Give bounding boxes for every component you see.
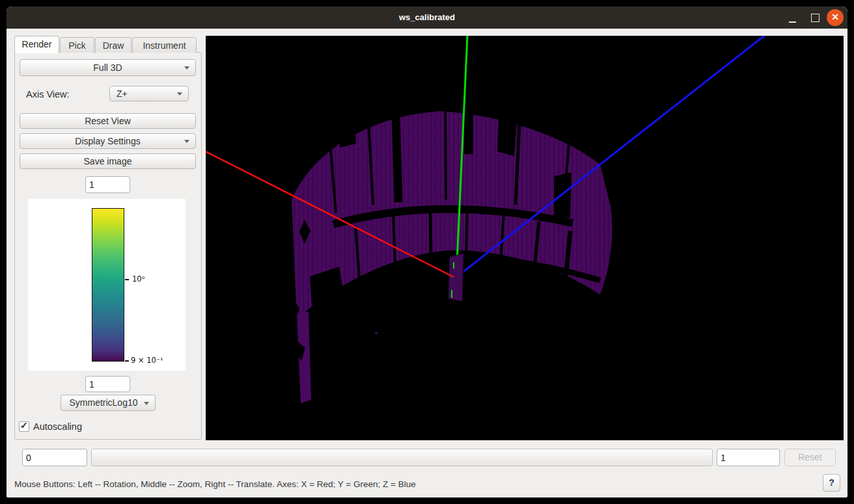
detector-left-column	[297, 312, 311, 403]
reset-view-button[interactable]: Reset View	[20, 113, 196, 129]
display-settings-dropdown[interactable]: Display Settings	[20, 133, 196, 149]
projection-combobox[interactable]: Full 3D	[20, 59, 196, 76]
axis-view-label: Axis View:	[26, 89, 70, 99]
maximize-button[interactable]	[810, 7, 820, 29]
instrument-3d-viewport[interactable]	[206, 36, 844, 440]
chevron-down-icon	[184, 140, 189, 143]
reset-button-disabled[interactable]: Reset	[784, 449, 836, 466]
scale-type-combobox[interactable]: SymmetricLog10	[61, 395, 156, 411]
status-bar-text: Mouse Buttons: Left -- Rotation, Middle …	[14, 479, 416, 489]
tab-instrument[interactable]: Instrument	[132, 37, 197, 53]
help-button[interactable]: ?	[823, 474, 840, 492]
screen: ws_calibrated ✕ Render Pick Draw Instrum…	[0, 0, 854, 504]
detector-fragment	[375, 332, 378, 334]
title-bar[interactable]: ws_calibrated ✕	[7, 7, 847, 29]
chevron-down-icon	[184, 66, 189, 70]
animation-start-input[interactable]	[22, 449, 87, 466]
autoscaling-checkbox[interactable]: ✓	[19, 421, 29, 432]
colorbar[interactable]	[92, 208, 124, 362]
close-button[interactable]: ✕	[827, 9, 844, 26]
tab-pick[interactable]: Pick	[60, 37, 94, 53]
scale-min-input[interactable]	[85, 376, 130, 392]
tab-draw[interactable]: Draw	[95, 37, 131, 53]
display-settings-label: Display Settings	[75, 136, 140, 146]
axis-view-combobox[interactable]: Z+	[109, 86, 189, 101]
monitor-panel	[448, 254, 463, 301]
minimize-button[interactable]	[788, 7, 798, 29]
chevron-down-icon	[177, 92, 182, 96]
axis-view-value: Z+	[117, 88, 128, 99]
window-title: ws_calibrated	[7, 7, 847, 29]
tab-render[interactable]: Render	[14, 36, 59, 53]
scale-type-value: SymmetricLog10	[69, 397, 137, 408]
checkmark-icon: ✓	[20, 420, 28, 431]
projection-value: Full 3D	[93, 62, 122, 73]
colorbar-tick	[125, 279, 129, 280]
autoscaling-label: Autoscaling	[33, 421, 82, 432]
app-window: ws_calibrated ✕ Render Pick Draw Instrum…	[7, 7, 847, 497]
colorbar-tick-lower: 9 × 10⁻¹	[131, 356, 163, 365]
colorbar-panel: 10⁰ 9 × 10⁻¹	[28, 199, 186, 371]
animation-end-input[interactable]	[717, 449, 780, 466]
save-image-button[interactable]: Save image	[20, 153, 196, 169]
scale-max-input[interactable]	[85, 176, 130, 193]
frame-slider[interactable]	[91, 449, 713, 466]
colorbar-tick	[125, 360, 129, 362]
chevron-down-icon	[144, 402, 149, 405]
instrument-3d-scene	[206, 36, 844, 440]
detector-bank	[286, 109, 612, 403]
colorbar-tick-upper: 10⁰	[132, 274, 145, 284]
